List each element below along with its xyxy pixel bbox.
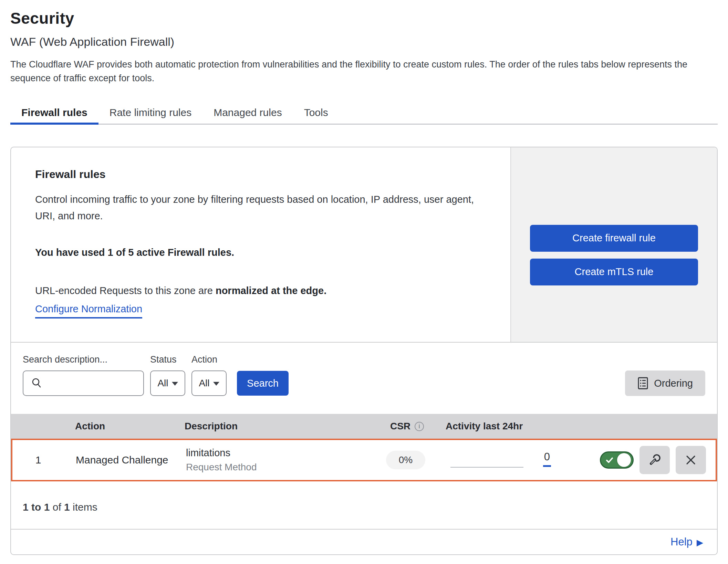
search-button[interactable]: Search xyxy=(237,371,289,396)
ordering-button[interactable]: Ordering xyxy=(625,370,705,396)
tab-managed-rules[interactable]: Managed rules xyxy=(202,102,293,124)
action-select-value: All xyxy=(199,378,209,389)
activity-sparkline xyxy=(450,467,523,468)
rule-action: Managed Challenge xyxy=(64,454,178,466)
page-subtitle: WAF (Web Application Firewall) xyxy=(10,35,718,49)
search-label: Search description... xyxy=(23,354,144,365)
close-icon xyxy=(684,453,698,467)
total-text: 1 xyxy=(64,501,70,513)
rule-description: limitations xyxy=(186,447,371,459)
action-select[interactable]: All xyxy=(191,370,227,396)
waf-security-page: Security WAF (Web Application Firewall) … xyxy=(0,0,728,564)
status-select[interactable]: All xyxy=(150,370,185,396)
configure-normalization-link[interactable]: Configure Normalization xyxy=(35,303,142,318)
action-filter: Action All xyxy=(191,354,227,396)
page-description: The Cloudflare WAF provides both automat… xyxy=(10,58,718,85)
delete-rule-button[interactable] xyxy=(676,446,706,474)
search-filter: Search description... xyxy=(23,354,144,396)
overview-text-panel: Firewall rules Control incoming traffic … xyxy=(11,147,510,342)
ordering-button-label: Ordering xyxy=(654,378,693,389)
page-title: Security xyxy=(10,9,718,28)
rule-enabled-toggle[interactable] xyxy=(600,451,634,469)
csr-column-header: CSR i xyxy=(373,421,441,432)
search-input[interactable] xyxy=(48,378,138,389)
csr-header-label: CSR xyxy=(390,421,410,432)
usage-summary: You have used 1 of 5 active Firewall rul… xyxy=(35,247,486,258)
firewall-rule-row[interactable]: 1 Managed Challenge limitations Request … xyxy=(11,439,717,481)
pagination-summary: 1 to 1 of 1 items xyxy=(11,481,717,529)
status-select-value: All xyxy=(157,378,168,389)
description-column-header: Description xyxy=(176,421,373,432)
range-text: 1 to 1 xyxy=(23,501,50,513)
tab-tools[interactable]: Tools xyxy=(293,102,339,124)
help-link-label: Help xyxy=(670,536,693,548)
activity-count-link[interactable]: 0 xyxy=(543,451,551,467)
rule-csr-cell: 0% xyxy=(371,451,440,469)
status-label: Status xyxy=(150,354,185,365)
edit-rule-button[interactable] xyxy=(639,446,670,474)
firewall-rules-overview: Firewall rules Control incoming traffic … xyxy=(11,147,717,342)
status-filter: Status All xyxy=(150,354,185,396)
create-mtls-rule-button[interactable]: Create mTLS rule xyxy=(530,259,698,285)
of-text: of xyxy=(53,501,61,513)
rules-table-header: Action Description CSR i Activity last 2… xyxy=(11,414,717,439)
rule-controls xyxy=(595,446,716,474)
search-icon xyxy=(31,377,43,389)
rule-priority: 1 xyxy=(12,454,64,466)
activity-column-header: Activity last 24hr xyxy=(441,421,596,432)
info-icon[interactable]: i xyxy=(415,422,424,431)
check-icon xyxy=(605,456,614,464)
rules-filter-bar: Search description... Status All xyxy=(11,342,717,414)
rule-description-cell: limitations Request Method xyxy=(178,447,371,473)
toggle-knob xyxy=(617,453,631,467)
search-box xyxy=(23,370,144,396)
help-link[interactable]: Help ▶ xyxy=(670,536,703,548)
action-column-header: Action xyxy=(63,421,176,432)
rule-activity-cell: 0 xyxy=(440,440,595,480)
overview-description: Control incoming traffic to your zone by… xyxy=(35,191,483,224)
normalization-note-text: URL-encoded Requests to this zone are xyxy=(35,285,216,296)
arrow-right-icon: ▶ xyxy=(697,537,703,547)
chevron-down-icon xyxy=(172,382,178,386)
items-text: items xyxy=(73,501,97,513)
list-ordering-icon xyxy=(637,377,648,390)
chevron-down-icon xyxy=(213,382,219,386)
rules-tab-bar: Firewall rules Rate limiting rules Manag… xyxy=(10,102,718,125)
csr-badge: 0% xyxy=(386,451,425,469)
normalization-note-bold: normalized at the edge. xyxy=(216,285,326,296)
normalization-note: URL-encoded Requests to this zone are no… xyxy=(35,285,486,296)
wrench-icon xyxy=(647,452,663,468)
action-label: Action xyxy=(191,354,227,365)
firewall-rules-card: Firewall rules Control incoming traffic … xyxy=(10,147,718,555)
page-header: Security WAF (Web Application Firewall) … xyxy=(0,0,728,85)
create-firewall-rule-button[interactable]: Create firewall rule xyxy=(530,225,698,252)
tab-firewall-rules[interactable]: Firewall rules xyxy=(10,102,98,124)
help-footer: Help ▶ xyxy=(11,529,717,554)
rule-expression: Request Method xyxy=(186,462,371,473)
overview-heading: Firewall rules xyxy=(35,168,486,181)
overview-actions-panel: Create firewall rule Create mTLS rule xyxy=(510,147,717,342)
tab-rate-limiting-rules[interactable]: Rate limiting rules xyxy=(98,102,202,124)
